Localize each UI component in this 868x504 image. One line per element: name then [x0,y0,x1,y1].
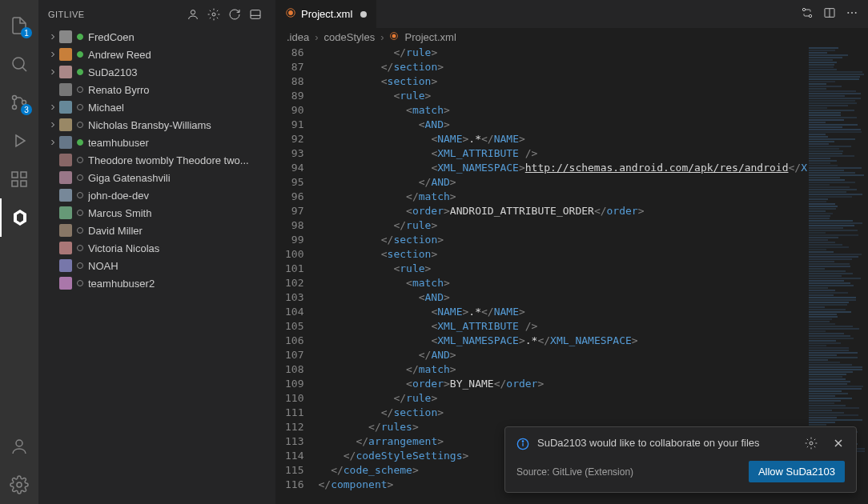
breadcrumb-seg[interactable]: Project.xml [404,31,456,43]
user-row[interactable]: Marcus Smith [38,204,275,222]
svg-point-10 [16,440,22,446]
status-indicator-icon [77,174,83,181]
user-row[interactable]: Nicholas Bransby-Williams [38,116,275,134]
code-line[interactable]: <NAME>.*</NAME> [318,132,807,146]
status-indicator-icon [77,227,83,234]
code-line[interactable]: </match> [318,190,807,204]
avatar [59,118,72,131]
dirty-indicator-icon [360,11,367,18]
code-line[interactable]: </section> [318,60,807,74]
refresh-icon[interactable] [224,6,245,23]
user-name-label: Marcus Smith [88,207,151,219]
code-line[interactable]: <order>BY_NAME</order> [318,377,807,391]
user-row[interactable]: Renato Byrro [38,81,275,98]
chevron-right-icon [46,67,59,77]
settings-icon[interactable] [0,466,38,504]
user-row[interactable]: SuDa2103 [38,63,275,81]
svg-point-19 [809,14,811,17]
scm-tab[interactable]: 3 [0,83,38,122]
user-list[interactable]: FredCoenAndrew ReedSuDa2103Renato ByrroM… [38,28,275,504]
code-line[interactable]: <rule> [318,89,807,103]
code-line[interactable]: <XML_NAMESPACE>.*</XML_NAMESPACE> [318,334,807,348]
user-row[interactable]: john-doe-dev [38,186,275,204]
search-tab[interactable] [0,45,38,83]
line-number: 108 [285,362,303,377]
user-row[interactable]: teamhubuser [38,134,275,151]
code-line[interactable]: </rule> [318,46,807,60]
avatar [59,189,72,202]
split-editor-icon[interactable] [823,6,836,22]
line-gutter: 8687888990919293949596979899100101102103… [275,46,318,504]
user-row[interactable]: Michael [38,98,275,116]
user-row[interactable]: Giga Gatenashvili [38,169,275,186]
accounts-icon[interactable] [0,427,38,466]
avatar [59,224,72,237]
code-line[interactable]: <XML_ATTRIBUTE /> [318,319,807,334]
line-number: 101 [285,262,303,276]
svg-line-1 [22,67,26,71]
line-number: 107 [285,348,303,362]
gear-icon[interactable] [805,437,818,452]
more-actions-icon[interactable] [846,6,858,22]
profile-icon[interactable] [183,6,203,23]
explorer-tab[interactable]: 1 [0,6,38,45]
code-line[interactable]: <rule> [318,262,807,276]
code-line[interactable]: </match> [318,362,807,377]
chevron-right-icon [46,32,59,42]
code-line[interactable]: <NAME>.*</NAME> [318,305,807,319]
user-row[interactable]: David Miller [38,222,275,239]
svg-rect-14 [251,10,260,18]
line-number: 114 [285,449,303,463]
user-row[interactable]: FredCoen [38,28,275,46]
debug-tab[interactable] [0,122,38,160]
breadcrumb-seg[interactable]: .idea [287,31,309,43]
breadcrumb[interactable]: .idea › codeStyles › Project.xml [275,28,868,46]
xml-file-icon [389,31,399,43]
breadcrumb-seg[interactable]: codeStyles [324,31,376,43]
line-number: 93 [285,146,303,161]
user-row[interactable]: Victoria Nicolas [38,239,275,257]
status-indicator-icon [77,262,83,269]
user-row[interactable]: teamhubuser2 [38,274,275,292]
code-line[interactable]: <AND> [318,118,807,132]
gitlive-tab[interactable] [0,198,38,237]
user-row[interactable]: Theodore twombly Theodore two... [38,151,275,169]
code-line[interactable]: </section> [318,233,807,247]
line-number: 100 [285,247,303,262]
user-name-label: teamhubuser2 [88,278,155,290]
user-name-label: Nicholas Bransby-Williams [88,119,211,131]
compare-icon[interactable] [801,6,814,22]
chevron-right-icon [46,50,59,59]
status-indicator-icon [77,192,83,198]
code-line[interactable]: </AND> [318,175,807,190]
panel-icon[interactable] [245,6,266,23]
gear-icon[interactable] [203,6,224,23]
code-line[interactable]: <section> [318,74,807,89]
code-line[interactable]: </section> [318,406,807,420]
line-number: 105 [285,319,303,334]
code-line[interactable]: <match> [318,276,807,290]
svg-point-18 [802,8,805,10]
code-line[interactable]: <XML_NAMESPACE>http://schemas.android.co… [318,161,807,175]
status-indicator-icon [77,86,83,93]
code-line[interactable]: </rule> [318,218,807,233]
code-line[interactable]: <match> [318,103,807,118]
tab-project-xml[interactable]: Project.xml [275,0,377,28]
allow-button[interactable]: Allow SuDa2103 [749,461,845,482]
notification-toast: SuDa2103 would like to collaborate on yo… [504,426,857,493]
svg-point-16 [288,10,293,15]
code-line[interactable]: <section> [318,247,807,262]
extensions-tab[interactable] [0,160,38,198]
code-line[interactable]: <XML_ATTRIBUTE /> [318,146,807,161]
code-line[interactable]: <AND> [318,290,807,305]
user-row[interactable]: Andrew Reed [38,46,275,63]
code-line[interactable]: </AND> [318,348,807,362]
code-line[interactable]: <order>ANDROID_ATTRIBUTE_ORDER</order> [318,204,807,218]
explorer-badge: 1 [21,27,32,38]
line-number: 103 [285,290,303,305]
close-icon[interactable] [832,437,845,452]
line-number: 112 [285,420,303,434]
code-line[interactable]: </rule> [318,391,807,406]
chevron-right-icon [46,138,59,147]
user-row[interactable]: NOAH [38,257,275,274]
